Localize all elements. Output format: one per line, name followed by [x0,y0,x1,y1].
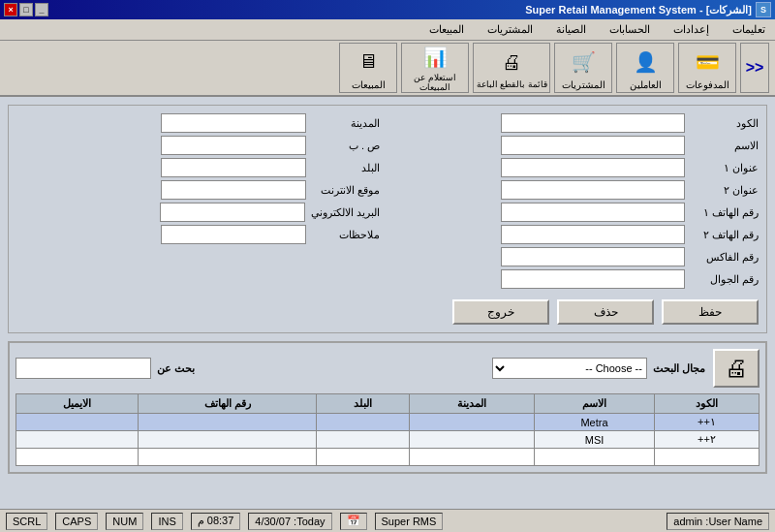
delete-button[interactable]: حذف [557,299,654,325]
label-country: البلد [312,162,380,174]
label-website: موقع الانترنت [312,184,380,197]
form-columns: الكود الاسم عنوان ١ عنوان ٢ رقم الهاتف ١ [16,113,759,292]
main-content: الكود الاسم عنوان ١ عنوان ٢ رقم الهاتف ١ [0,97,775,509]
action-buttons: حفظ حذف خروج [16,299,759,325]
close-button[interactable]: × [4,3,17,16]
label-city: المدينة [312,117,380,130]
label-name: الاسم [691,140,759,152]
search-dropdown[interactable]: -- Choose -- الكود الاسم المدينة البلد [492,358,647,379]
menu-instructions[interactable]: تعليمات [727,21,771,38]
input-fax[interactable] [501,247,685,266]
search-header: 🖨 مجال البحث -- Choose -- الكود الاسم ال… [16,349,760,388]
key-caps: CAPS [55,513,98,530]
table-row[interactable]: ٢++ MSI [16,431,760,449]
exit-button[interactable]: خروج [452,299,549,325]
table-row[interactable]: ١++ Metra [16,414,760,431]
user-name: admin [673,516,702,527]
col-header-name: الاسم [535,394,655,414]
col-header-code: الكود [654,394,759,414]
label-mobile: رقم الجوال [691,273,759,286]
form-left-col: المدينة ص . ب البلد موقع الانترنت البريد… [16,113,380,292]
input-notes[interactable] [161,225,306,244]
field-phone1: رقم الهاتف ١ [395,203,759,222]
toolbar-query[interactable]: 📊 استعلام عن المبيعات [401,43,469,93]
input-phone1[interactable] [501,203,685,222]
label-pobox: ص . ب [312,140,380,152]
label-code: الكود [691,117,759,130]
input-address1[interactable] [501,158,685,177]
field-address2: عنوان ٢ [395,180,759,200]
label-phone2: رقم الهاتف ٢ [691,229,759,241]
field-pobox: ص . ب [16,136,380,155]
app-name: Super RMS [375,513,444,530]
app-icon: S [756,2,771,17]
input-phone2[interactable] [501,225,685,244]
maximize-button[interactable]: □ [19,3,33,16]
cell-email [16,414,139,431]
search-field-label: مجال البحث [653,362,705,375]
label-fax: رقم الفاكس [691,251,759,264]
field-mobile: رقم الجوال [395,269,759,289]
menu-accounts[interactable]: الحسابات [604,21,656,38]
company-form: الكود الاسم عنوان ١ عنوان ٢ رقم الهاتف ١ [8,105,767,333]
sales-icon: 🖥 [353,47,384,78]
field-website: موقع الانترنت [16,180,380,200]
today-label: Today: [294,516,325,527]
time-display: 08:37 م [191,513,241,530]
table-row[interactable] [16,449,760,466]
menu-purchases[interactable]: المشتريات [481,21,539,38]
input-pobox[interactable] [161,136,306,155]
toolbar-payments[interactable]: 💳 المدفوعات [678,43,736,93]
input-code[interactable] [501,113,685,133]
input-mobile[interactable] [501,269,685,289]
menu-sales[interactable]: المبيعات [423,21,470,38]
toolbar-sales[interactable]: 🖥 المبيعات [339,43,397,93]
field-code: الكود [395,113,759,133]
minimize-button[interactable]: _ [35,3,48,16]
workers-icon: 👤 [630,47,661,78]
input-country[interactable] [161,158,306,177]
input-email[interactable] [160,203,305,222]
menu-settings[interactable]: إعدادات [667,21,715,38]
nav-back-button[interactable]: << [740,43,769,93]
search-print-button[interactable]: 🖨 [713,349,760,388]
input-website[interactable] [161,180,306,200]
toolbar-workers[interactable]: 👤 العاملين [616,43,674,93]
label-phone1: رقم الهاتف ١ [691,206,759,219]
cell-country [316,431,409,449]
input-name[interactable] [501,136,685,155]
cell-email [16,431,139,449]
title-bar: S [الشركات] - Super Retail Management Sy… [0,0,775,19]
form-right-col: الكود الاسم عنوان ١ عنوان ٢ رقم الهاتف ١ [395,113,759,292]
field-notes: ملاحظات [16,225,380,244]
purchases-icon: 🛒 [568,47,599,78]
today-date: 4/30/07 [255,516,291,527]
cell-country [316,414,409,431]
payments-icon: 💳 [692,47,723,78]
menu-maintenance[interactable]: الصيانة [550,21,592,38]
toolbar-print-list[interactable]: 🖨 قائمة بالقطع الباعة [473,43,550,93]
key-num: NUM [106,513,143,530]
toolbar: << 💳 المدفوعات 👤 العاملين 🛒 المشتريات 🖨 … [0,41,775,97]
input-address2[interactable] [501,180,685,200]
search-input[interactable] [16,358,151,379]
window-title: [الشركات] - Super Retail Management Syst… [525,4,752,16]
label-notes: ملاحظات [312,229,380,241]
toolbar-purchases[interactable]: 🛒 المشتريات [554,43,612,93]
window-controls[interactable]: _ □ × [4,3,48,16]
cell-city [409,414,534,431]
key-scrl: SCRL [6,513,47,530]
col-header-email: الايميل [16,394,139,414]
user-info: User Name: admin [666,513,769,530]
calendar-icon: 📅 [340,513,367,530]
input-city[interactable] [161,113,306,133]
col-header-country: البلد [316,394,409,414]
save-button[interactable]: حفظ [662,299,759,325]
label-address1: عنوان ١ [691,162,759,174]
query-icon: 📊 [419,44,450,71]
field-name: الاسم [395,136,759,155]
results-table: الكود الاسم المدينة البلد رقم الهاتف الا… [16,393,760,466]
col-header-phone: رقم الهاتف [139,394,317,414]
key-ins: INS [151,513,182,530]
search-panel: 🖨 مجال البحث -- Choose -- الكود الاسم ال… [8,341,767,474]
